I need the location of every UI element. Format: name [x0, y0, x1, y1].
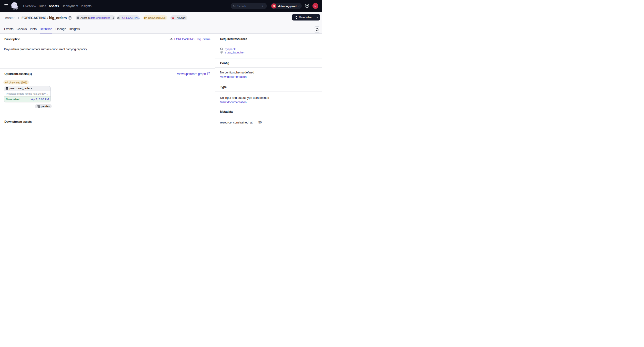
svg-text:?: ? — [306, 4, 308, 7]
